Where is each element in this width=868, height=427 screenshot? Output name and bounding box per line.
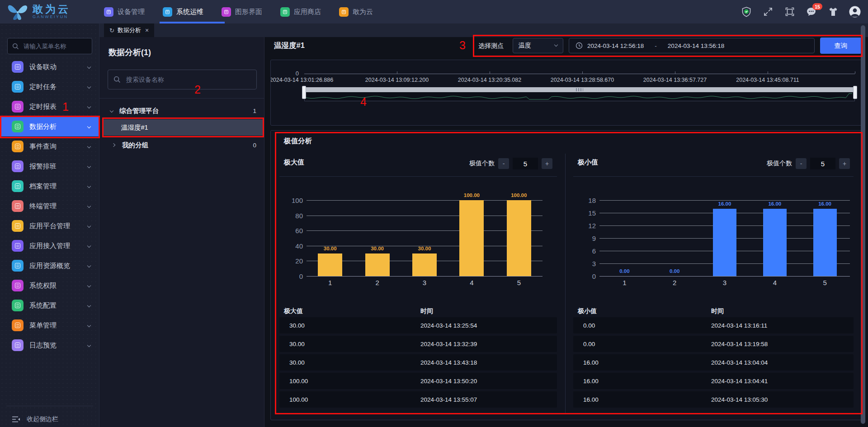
increase-button[interactable]: + — [542, 158, 552, 169]
date-range-picker[interactable]: 2024-03-14 12:56:18 - 2024-03-14 13:56:1… — [569, 38, 815, 53]
tree-group-platform[interactable]: 综合管理平台 1 — [99, 103, 264, 118]
decrease-button[interactable]: - — [498, 158, 509, 169]
datazoom-grip[interactable] — [576, 88, 583, 91]
sidebar-item-0[interactable]: 设备联动 — [0, 57, 99, 77]
vertical-scrollbar[interactable] — [861, 25, 865, 424]
chevron-down-icon[interactable] — [87, 145, 91, 148]
max-count-stepper: 极值个数 - 5 + — [279, 157, 552, 170]
sidebar-item-6[interactable]: 档案管理 — [0, 176, 99, 196]
chevron-right-icon[interactable] — [112, 143, 115, 147]
chevron-down-icon[interactable] — [87, 85, 91, 89]
sidebar-item-4[interactable]: 事件查询 — [0, 136, 99, 156]
min-table-row-1[interactable]: 0.002024-03-14 13:19:58 — [573, 336, 854, 352]
chevron-down-icon[interactable] — [87, 125, 91, 128]
max-table-row-3[interactable]: 100.002024-03-14 13:50:20 — [279, 373, 557, 389]
tab-data-analysis[interactable]: ↻ 数据分析 × — [104, 23, 154, 37]
chevron-down-icon[interactable] — [87, 284, 91, 287]
max-table-cell-3-1: 2024-03-14 13:50:20 — [420, 373, 477, 389]
y-tick-label-18: 18 — [576, 197, 596, 204]
sidebar-item-12[interactable]: 系统配置 — [0, 296, 99, 315]
chevron-down-icon[interactable] — [87, 244, 91, 248]
user-avatar[interactable] — [849, 6, 861, 18]
date-start: 2024-03-14 12:56:18 — [587, 42, 644, 49]
axis-label-0: 2024-03-14 13:01:26.886 — [270, 77, 333, 83]
refresh-icon[interactable]: ↻ — [109, 27, 114, 34]
datazoom-handle-left[interactable] — [302, 86, 306, 99]
chevron-down-icon[interactable] — [87, 65, 91, 69]
close-tab-icon[interactable]: × — [145, 27, 149, 34]
datazoom-preview[interactable] — [304, 92, 855, 101]
chevron-down-icon[interactable] — [87, 164, 91, 168]
decrease-button[interactable]: - — [796, 158, 807, 169]
max-table-cell-2-1: 2024-03-14 13:43:18 — [420, 354, 477, 371]
nav-item-2[interactable]: 图形界面 — [222, 7, 262, 17]
bar-value-label-max-4: 100.00 — [464, 192, 480, 198]
max-table-cell-4-1: 2024-03-14 13:55:07 — [420, 391, 477, 408]
bar-max-5 — [507, 200, 531, 276]
chevron-down-icon[interactable] — [87, 184, 91, 188]
collapse-sidebar-button[interactable]: 收起侧边栏 — [0, 410, 99, 427]
date-separator: - — [655, 42, 657, 49]
sidebar-item-2[interactable]: 定时报表 — [0, 97, 99, 117]
tree-group-my-group[interactable]: 我的分组 0 — [99, 137, 264, 153]
device-search-input[interactable] — [125, 75, 243, 84]
max-table-row-1[interactable]: 30.002024-03-14 13:32:39 — [279, 336, 557, 352]
nav-item-3[interactable]: 应用商店 — [280, 7, 321, 17]
chevron-down-icon[interactable] — [87, 343, 91, 347]
tree-item-device[interactable]: 温湿度#1 — [103, 119, 263, 136]
sidebar-item-3[interactable]: 数据分析 — [0, 117, 99, 136]
security-shield-icon[interactable] — [741, 6, 752, 18]
nav-item-4[interactable]: 敢为云 — [339, 7, 373, 17]
x-axis-line — [304, 74, 855, 74]
chevron-down-icon[interactable] — [87, 324, 91, 327]
bar-value-label-max-5: 100.00 — [511, 192, 527, 198]
sidebar-item-11[interactable]: 系统权限 — [0, 276, 99, 296]
theme-shirt-icon[interactable] — [827, 6, 839, 18]
sidebar-item-5[interactable]: 报警排班 — [0, 156, 99, 176]
count-label: 极值个数 — [469, 160, 495, 168]
min-table-row-0[interactable]: 0.002024-03-14 13:16:11 — [573, 317, 854, 333]
axis-label-4: 2024-03-14 13:36:57.727 — [643, 77, 707, 83]
query-button[interactable]: 查询 — [820, 38, 862, 54]
measure-point-select[interactable]: 温度 — [513, 38, 563, 53]
device-search[interactable] — [108, 70, 257, 89]
chevron-down-icon[interactable] — [110, 109, 113, 113]
grid-glyph-icon — [224, 10, 228, 14]
nav-item-0[interactable]: 设备管理 — [104, 7, 145, 17]
nav-item-label: 图形界面 — [235, 8, 262, 16]
fullscreen-icon[interactable] — [762, 6, 774, 18]
min-table-cell-3-0: 16.00 — [583, 373, 599, 389]
sidebar-item-9[interactable]: 应用接入管理 — [0, 236, 99, 256]
sidebar-item-7[interactable]: 终端管理 — [0, 196, 99, 216]
sidebar-item-1[interactable]: 定时任务 — [0, 77, 99, 97]
min-table-row-4[interactable]: 16.002024-03-14 13:05:30 — [573, 391, 854, 408]
sidebar-item-10[interactable]: 应用资源概览 — [0, 256, 99, 276]
chevron-down-icon[interactable] — [87, 224, 91, 228]
max-table-row-0[interactable]: 30.002024-03-14 13:25:54 — [279, 317, 557, 333]
sidebar-item-13[interactable]: 菜单管理 — [0, 315, 99, 335]
max-table-row-2[interactable]: 30.002024-03-14 13:43:18 — [279, 354, 557, 371]
chevron-down-icon[interactable] — [87, 264, 91, 267]
grid-glyph-icon — [342, 10, 346, 14]
sidebar-item-label: 系统配置 — [29, 301, 57, 310]
nav-item-1[interactable]: 系统运维 — [163, 7, 203, 17]
sidebar-search-input[interactable] — [23, 42, 86, 50]
min-table-row-2[interactable]: 16.002024-03-14 13:04:04 — [573, 354, 854, 371]
sidebar-search[interactable] — [7, 38, 92, 54]
min-table-row-3[interactable]: 16.002024-03-14 13:04:41 — [573, 373, 854, 389]
sidebar-item-14[interactable]: 日志预览 — [0, 335, 99, 355]
event-query-icon — [12, 141, 24, 152]
message-icon[interactable]: 15 — [806, 6, 817, 18]
bar-value-label-min-4: 16.00 — [768, 201, 781, 206]
chevron-down-icon[interactable] — [87, 204, 91, 208]
sidebar-item-8[interactable]: 应用平台管理 — [0, 216, 99, 236]
chevron-down-icon[interactable] — [87, 304, 91, 307]
datazoom-handle-right[interactable] — [853, 86, 857, 99]
grid-glyph-icon — [15, 343, 20, 348]
screen-frame-icon[interactable] — [784, 6, 796, 18]
max-table-row-4[interactable]: 100.002024-03-14 13:55:07 — [279, 391, 557, 408]
chevron-down-icon[interactable] — [87, 105, 91, 108]
y-tick-label-80: 80 — [283, 211, 303, 219]
increase-button[interactable]: + — [839, 158, 850, 169]
y-tick-label-9: 9 — [576, 235, 596, 242]
